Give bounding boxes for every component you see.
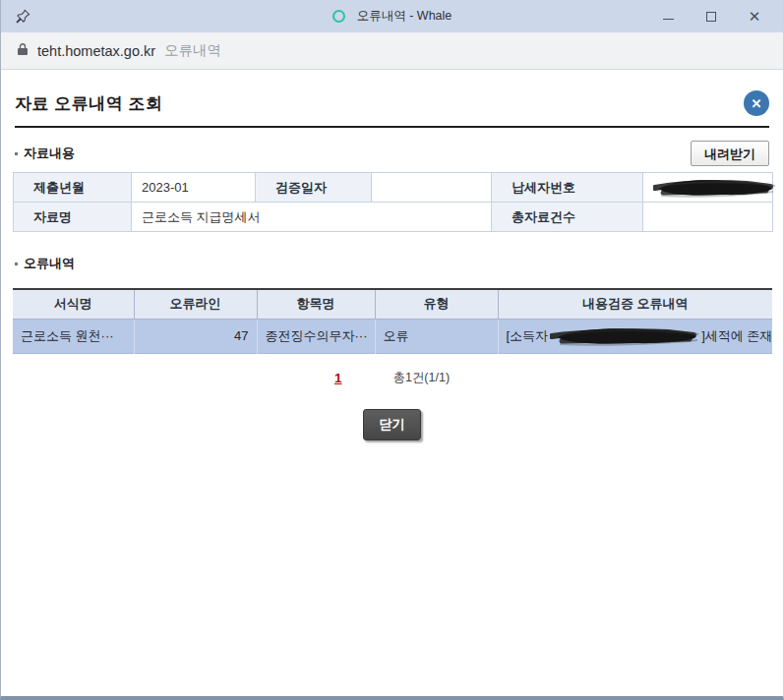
window-titlebar: 오류내역 - Whale ✕	[1, 0, 783, 32]
cell-error-line: 47	[134, 319, 257, 353]
submit-month-label: 제출년월	[14, 173, 132, 203]
data-name-label: 자료명	[14, 203, 132, 232]
cell-error-detail: [소득자 ]세적에 존재···	[498, 319, 772, 353]
total-count-label: 총자료건수	[492, 203, 643, 232]
data-name-value: 근로소득 지급명세서	[132, 203, 492, 232]
site-favicon-ring-icon	[332, 10, 345, 23]
pin-icon[interactable]	[9, 4, 36, 29]
redacted-scribble	[550, 325, 699, 347]
page-title: 자료 오류내역 조회	[15, 92, 162, 115]
col-error-line: 오류라인	[134, 289, 257, 319]
page-number-current[interactable]: 1	[334, 371, 342, 385]
data-info-table: 제출년월 2023-01 검증일자 납세자번호 자료명 근로소득	[13, 172, 773, 232]
error-message-suffix: ]세적에 존재···	[701, 327, 772, 345]
total-count-value	[643, 203, 773, 232]
window-title: 오류내역 - Whale	[357, 8, 452, 25]
address-bar[interactable]: teht.hometax.go.kr 오류내역	[1, 32, 783, 70]
error-table-header-row: 서식명 오류라인 항목명 유형 내용검증 오류내역	[13, 289, 772, 319]
taxpayer-no-value	[643, 173, 773, 203]
pagination: 1 총1건(1/1)	[13, 370, 771, 386]
download-button[interactable]: 내려받기	[691, 141, 769, 166]
close-button[interactable]: 닫기	[363, 409, 421, 440]
maximize-button[interactable]	[696, 4, 726, 29]
window-close-button[interactable]: ✕	[740, 4, 769, 29]
col-item-name: 항목명	[257, 289, 375, 319]
cell-item-name: 종전징수의무자···	[257, 319, 375, 353]
dialog-content: 자료 오류내역 조회 ✕ 자료내용 내려받기 제출년월 2023-01 검증일자…	[1, 70, 783, 696]
page-summary: 총1건(1/1)	[392, 370, 450, 386]
col-error-type: 유형	[375, 289, 498, 319]
title-divider	[15, 126, 769, 128]
submit-month-value: 2023-01	[132, 173, 256, 203]
col-form-name: 서식명	[13, 289, 134, 319]
url-page-title: 오류내역	[164, 41, 221, 60]
minimize-button[interactable]	[653, 4, 683, 29]
redacted-scribble	[653, 176, 777, 200]
lock-icon[interactable]	[17, 42, 29, 60]
cell-form-name: 근로소득 원천···	[13, 319, 134, 353]
error-message-prefix: [소득자	[507, 327, 549, 345]
col-error-detail: 내용검증 오류내역	[498, 289, 772, 319]
error-table-row[interactable]: 근로소득 원천··· 47 종전징수의무자··· 오류 [소득자	[13, 319, 772, 353]
error-section-heading: 오류내역	[15, 255, 75, 276]
verify-date-value	[372, 173, 492, 203]
data-section-heading: 자료내용	[15, 145, 75, 166]
error-table: 서식명 오류라인 항목명 유형 내용검증 오류내역 근로소득 원천··· 47 …	[13, 288, 772, 354]
dialog-close-button[interactable]: ✕	[744, 90, 769, 116]
url-domain: teht.hometax.go.kr	[37, 43, 155, 59]
verify-date-label: 검증일자	[256, 173, 372, 203]
taxpayer-no-label: 납세자번호	[492, 173, 643, 203]
browser-window: 오류내역 - Whale ✕ teht.hometax.go.kr 오류내역 자…	[0, 0, 784, 700]
cell-error-type: 오류	[375, 319, 498, 353]
